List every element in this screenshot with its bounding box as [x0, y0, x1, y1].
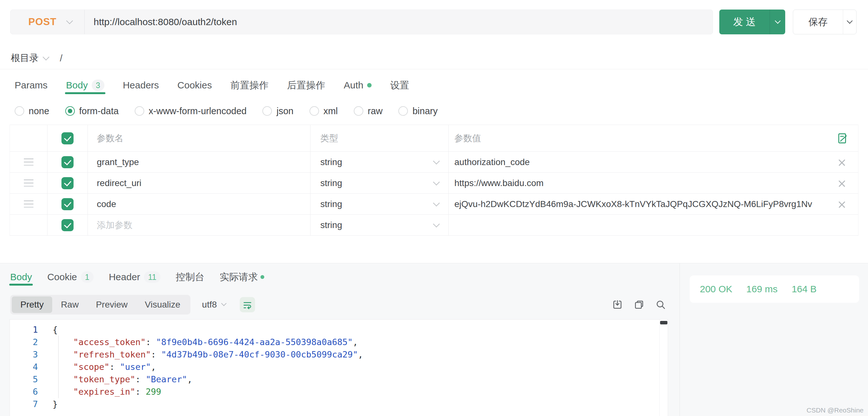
param-value-cell[interactable]: authorization_code [448, 152, 858, 172]
row-checkbox[interactable] [61, 198, 73, 210]
param-value-cell[interactable] [448, 215, 858, 235]
download-icon[interactable] [612, 299, 623, 310]
code-line: 5"token_type": "Bearer", [10, 373, 668, 385]
response-tab-cookie[interactable]: Cookie 1 [47, 269, 93, 286]
word-wrap-icon [242, 300, 252, 310]
tab-cookies[interactable]: Cookies [177, 76, 212, 94]
save-button-label: 保存 [808, 15, 828, 29]
view-mode-switch: Pretty Raw Preview Visualize [10, 295, 190, 315]
scrollbar-track[interactable] [659, 320, 668, 416]
code-text: "expires_in": 299 [38, 385, 161, 398]
remove-row-icon[interactable] [837, 199, 847, 209]
auth-status-dot [367, 83, 372, 88]
radio-binary[interactable]: binary [398, 106, 437, 116]
tab-params[interactable]: Params [14, 76, 48, 94]
column-header-type: 类型 [310, 125, 448, 151]
request-tabs: Params Body 3 Headers Cookies 前置操作 后置操作 … [14, 76, 409, 94]
json-key: "refresh_token" [73, 350, 151, 359]
param-type-select[interactable]: string [310, 215, 448, 235]
checkbox-cell [48, 152, 88, 172]
param-name-cell[interactable]: code [88, 194, 310, 214]
add-param-cell[interactable]: 添加参数 [88, 215, 310, 235]
param-type-select[interactable]: string [310, 152, 448, 172]
radio-icon [262, 106, 272, 116]
save-button[interactable]: 保存 [793, 10, 843, 34]
json-value: "8f9e0b4b-6696-4424-aa2a-550398a0a685" [156, 337, 353, 347]
tab-body[interactable]: Body 3 [66, 76, 104, 94]
response-section: Body Cookie 1 Header 11 控制台 实际请求 Pretty … [0, 263, 868, 416]
view-visualize-button[interactable]: Visualize [136, 297, 189, 313]
json-value: "Bearer" [146, 374, 187, 384]
tab-pre-operations[interactable]: 前置操作 [230, 76, 269, 94]
json-comma: , [187, 374, 192, 384]
url-input[interactable]: http://localhost:8080/oauth2/token [85, 16, 713, 27]
param-value: https://www.baidu.com [454, 178, 544, 188]
param-type-select[interactable]: string [310, 173, 448, 194]
row-checkbox[interactable] [61, 177, 73, 189]
param-name-cell[interactable]: grant_type [88, 152, 310, 172]
breadcrumb-root-select[interactable]: 根目录 [11, 52, 49, 65]
tab-settings[interactable]: 设置 [390, 76, 409, 94]
response-tab-console[interactable]: 控制台 [176, 269, 205, 286]
param-value-cell[interactable]: https://www.baidu.com [448, 173, 858, 194]
remove-row-icon[interactable] [837, 158, 847, 167]
method-select[interactable]: POST [10, 10, 84, 34]
remove-row-icon[interactable] [837, 178, 847, 188]
radio-form-data[interactable]: form-data [65, 106, 119, 116]
code-text: "scope": "user", [38, 361, 156, 373]
response-tab-header[interactable]: Header 11 [109, 269, 160, 286]
param-name: grant_type [97, 157, 139, 167]
response-tab-body-label: Body [10, 272, 32, 282]
scrollbar-thumb[interactable] [660, 321, 668, 324]
radio-json[interactable]: json [262, 106, 293, 116]
copy-icon[interactable] [633, 299, 645, 310]
radio-none-label: none [29, 106, 49, 116]
status-size: 164 B [792, 284, 816, 294]
param-value-cell[interactable]: ejQvu-h2DwKCDtzYdB46m9a-JCWKxoX8-kTnVYkT… [448, 194, 858, 214]
json-value: 299 [146, 387, 161, 396]
word-wrap-button[interactable] [240, 297, 255, 312]
radio-icon [135, 106, 144, 116]
response-tab-cookie-label: Cookie [47, 272, 77, 282]
response-tab-body[interactable]: Body [10, 269, 32, 286]
json-value: "user" [120, 362, 151, 372]
drag-handle-icon[interactable] [24, 200, 33, 208]
save-button-group: 保存 [793, 9, 857, 34]
radio-xml[interactable]: xml [310, 106, 338, 116]
radio-x-www-form-urlencoded[interactable]: x-www-form-urlencoded [135, 106, 247, 116]
view-raw-button[interactable]: Raw [52, 297, 87, 313]
select-all-checkbox[interactable] [61, 132, 73, 144]
response-tab-actual-request-label: 实际请求 [220, 271, 258, 284]
send-button-label: 发 送 [733, 15, 756, 29]
watermark: CSDN @ReoShine [807, 407, 864, 414]
code-text: } [38, 398, 58, 410]
url-bar: POST http://localhost:8080/oauth2/token [10, 9, 713, 34]
radio-icon [398, 106, 408, 116]
search-icon[interactable] [655, 299, 666, 310]
send-button[interactable]: 发 送 [719, 9, 770, 34]
view-pretty-button[interactable]: Pretty [12, 297, 52, 313]
save-dropdown-button[interactable] [843, 10, 856, 34]
radio-raw[interactable]: raw [354, 106, 383, 116]
view-preview-button[interactable]: Preview [87, 297, 136, 313]
response-tab-actual-request[interactable]: 实际请求 [220, 269, 264, 286]
drag-handle-icon[interactable] [24, 179, 33, 187]
radio-none[interactable]: none [14, 106, 49, 116]
drag-cell [10, 194, 48, 214]
tab-cookies-label: Cookies [177, 80, 212, 91]
param-name-cell[interactable]: redirect_uri [88, 173, 310, 194]
row-checkbox[interactable] [61, 219, 73, 231]
header-count-badge: 11 [144, 271, 160, 283]
row-checkbox[interactable] [61, 156, 73, 168]
actual-request-status-dot [260, 275, 264, 279]
tab-auth[interactable]: Auth [344, 76, 372, 94]
drag-handle-icon[interactable] [24, 159, 33, 166]
param-value: authorization_code [454, 157, 530, 167]
param-type-select[interactable]: string [310, 194, 448, 214]
tab-post-operations[interactable]: 后置操作 [287, 76, 325, 94]
send-dropdown-button[interactable] [770, 9, 785, 34]
tab-headers[interactable]: Headers [123, 76, 159, 94]
encoding-select[interactable]: utf8 [202, 300, 226, 310]
code-line: 4"scope": "user", [10, 361, 668, 373]
bulk-edit-icon[interactable] [836, 132, 848, 144]
